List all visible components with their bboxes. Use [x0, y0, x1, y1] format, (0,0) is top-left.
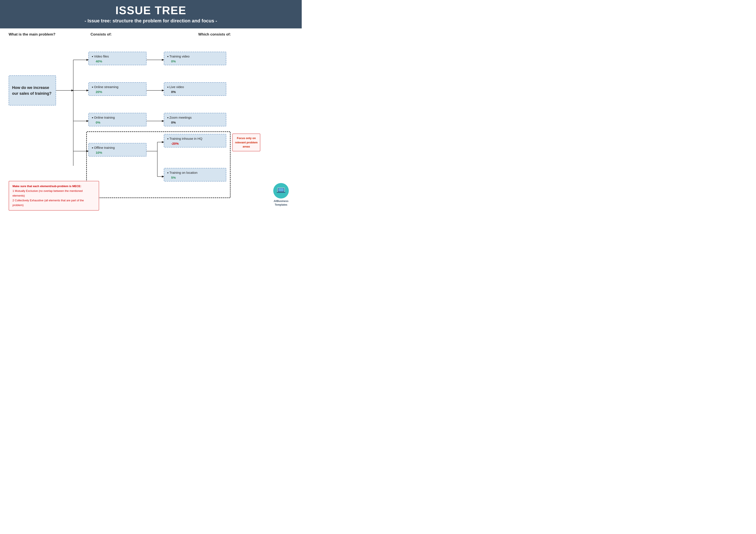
- video-files-label: Video files: [94, 54, 109, 59]
- bullet-dot: •: [167, 137, 169, 141]
- level2-online-streaming: • Online streaming 20%: [88, 82, 147, 96]
- bullet-dot: •: [167, 115, 169, 120]
- level2-offline-training: • Offline training 10%: [88, 143, 147, 157]
- level2-video-files: • Video files 40%: [88, 52, 147, 65]
- mece-note-box: Make sure that each element/sub-problem …: [9, 181, 99, 211]
- level2-online-training: • Online training 0%: [88, 113, 147, 126]
- column-headers: What is the main problem? Consists of: W…: [0, 28, 302, 37]
- mece-line1: Make sure that each element/sub-problem …: [13, 184, 95, 189]
- page-title: ISSUE TREE: [9, 4, 293, 17]
- main-problem-label: How do we increase our sales of training…: [12, 85, 53, 96]
- logo-area: AllBusiness Templates: [273, 183, 289, 207]
- video-files-pct: 40%: [96, 60, 143, 63]
- bullet-dot: •: [167, 85, 169, 89]
- level3-live-video: • Live video 0%: [164, 82, 226, 96]
- level3-training-inhouse: • Training inhouse in HQ -20%: [164, 134, 226, 147]
- col-header-2: Consists of:: [56, 32, 185, 37]
- focus-note-box: Focus only on relevant problem areas: [232, 134, 260, 151]
- page-subtitle: - Issue tree: structure the problem for …: [9, 18, 293, 24]
- online-streaming-pct: 20%: [96, 90, 143, 94]
- level3-zoom-meetings: • Zoom meetings 0%: [164, 113, 226, 126]
- header: ISSUE TREE - Issue tree: structure the p…: [0, 0, 302, 28]
- bullet-dot: •: [167, 54, 169, 59]
- logo-line2: Templates: [273, 203, 289, 207]
- bullet-dot: •: [167, 170, 169, 175]
- live-video-label: Live video: [169, 85, 184, 89]
- training-inhouse-label: Training inhouse in HQ: [169, 137, 202, 141]
- main-content: How do we increase our sales of training…: [0, 37, 302, 213]
- main-problem-box: How do we increase our sales of training…: [9, 75, 56, 106]
- logo-line1: AllBusiness: [273, 199, 289, 203]
- live-video-pct: 0%: [171, 90, 223, 94]
- offline-training-label: Offline training: [94, 145, 115, 150]
- training-inhouse-pct: -20%: [171, 142, 223, 145]
- col-header-1: What is the main problem?: [9, 32, 56, 37]
- zoom-meetings-label: Zoom meetings: [169, 115, 192, 120]
- logo-icon: [273, 183, 289, 198]
- focus-note-text: Focus only on relevant problem areas: [235, 137, 258, 148]
- offline-training-pct: 10%: [96, 151, 143, 154]
- bullet-dot: •: [92, 85, 93, 89]
- bullet-dot: •: [92, 115, 93, 120]
- tree-wrapper: How do we increase our sales of training…: [7, 41, 295, 209]
- col-header-3: Which consists of:: [185, 32, 293, 37]
- online-streaming-label: Online streaming: [94, 85, 118, 89]
- mece-line2: 1 Mutually Exclusive (no overlap between…: [13, 189, 95, 198]
- training-video-pct: 0%: [171, 60, 223, 63]
- svg-rect-14: [278, 188, 284, 191]
- bullet-dot: •: [92, 145, 93, 150]
- zoom-meetings-pct: 0%: [171, 120, 223, 124]
- online-training-label: Online training: [94, 115, 115, 120]
- mece-line3: 2 Collectively Exhaustive (all elements …: [13, 198, 95, 208]
- level3-training-location: • Training on location 5%: [164, 168, 226, 182]
- training-video-label: Training video: [169, 54, 190, 59]
- training-location-label: Training on location: [169, 170, 198, 175]
- svg-rect-15: [277, 192, 285, 193]
- training-location-pct: 5%: [171, 176, 223, 179]
- laptop-icon: [277, 187, 285, 194]
- online-training-pct: 0%: [96, 120, 143, 124]
- bullet-dot: •: [92, 54, 93, 59]
- level3-training-video: • Training video 0%: [164, 52, 226, 65]
